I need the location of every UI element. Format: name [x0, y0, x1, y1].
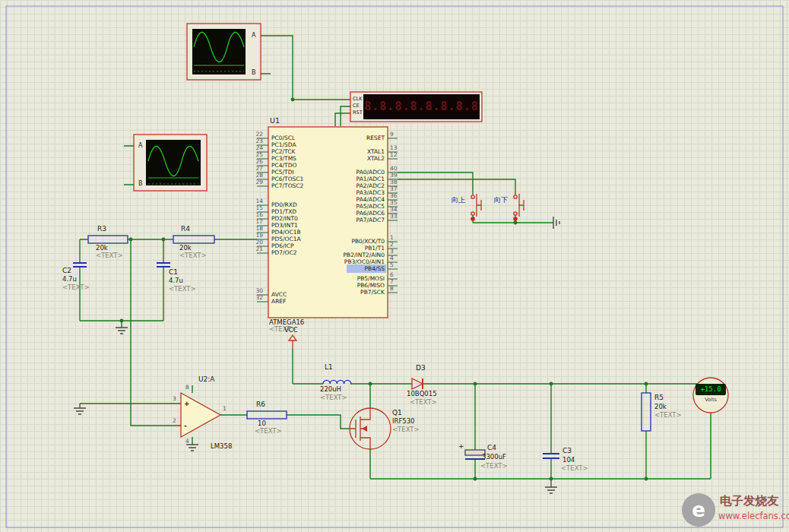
c4-ref: C4 [487, 445, 496, 451]
inductor-l1[interactable] [322, 377, 353, 386]
l1-ref: L1 [325, 364, 333, 371]
r4-text-placeholder: <TEXT> [179, 252, 207, 259]
r4-value: 20k [179, 245, 192, 252]
u1-pin-number: 19 [239, 233, 263, 239]
q1-text-placeholder: <TEXT> [392, 426, 420, 433]
u1-pin-number: 20 [239, 239, 263, 245]
u1-pin-number: 21 [239, 246, 263, 252]
u1-atmega16[interactable] [268, 127, 388, 318]
u1-pin-number: 40 [390, 166, 398, 172]
resistor-r5[interactable] [640, 391, 652, 432]
u1-pin-number: 23 [239, 138, 263, 144]
r5-text-placeholder: <TEXT> [654, 412, 682, 419]
r6-text-placeholder: <TEXT> [255, 428, 282, 435]
ground-terminal-1[interactable] [115, 321, 128, 335]
sheet-border [6, 6, 783, 527]
c2-value: 4.7u [62, 276, 77, 283]
vcc-terminal[interactable] [287, 333, 299, 350]
u1-pin-number: 5 [390, 262, 394, 268]
opamp-pin8-number: 8 [185, 385, 189, 391]
u1-pin-number: 15 [239, 205, 263, 211]
u1-pin-number: 7 [390, 279, 394, 285]
capacitor-c2[interactable] [71, 258, 88, 271]
u1-pin-number: 9 [390, 131, 394, 138]
ground-terminal-2[interactable] [73, 403, 87, 416]
l1-text-placeholder: <TEXT> [320, 394, 347, 401]
u1-pin-number: 17 [239, 219, 263, 225]
c1-text-placeholder: <TEXT> [169, 286, 196, 293]
r6-ref: R6 [256, 401, 265, 408]
oscilloscope-2[interactable] [134, 135, 207, 191]
u1-pin-number: 33 [390, 214, 398, 220]
u1-pin-number: 38 [390, 179, 398, 185]
u1-pin-number: 36 [390, 193, 398, 199]
d3-text-placeholder: <TEXT> [410, 399, 437, 406]
resistor-r3[interactable] [87, 233, 129, 245]
ground-terminal-3[interactable] [185, 439, 199, 452]
q1-ref: Q1 [392, 410, 402, 416]
r5-value: 20k [654, 404, 667, 410]
watermark-site-name: 电子发烧友 [720, 496, 779, 508]
push-button-up[interactable] [464, 188, 483, 223]
u1-pin-number: 29 [239, 179, 263, 185]
schematic-graphics [0, 0, 789, 532]
u1-pin-number: 1 [390, 235, 394, 241]
opamp-pin1-number: 1 [223, 406, 227, 412]
r4-ref: R4 [181, 226, 190, 233]
r3-value: 20k [96, 245, 108, 252]
u1-pin-number: 13 [390, 145, 398, 151]
diode-d3[interactable] [410, 377, 424, 391]
u1-pin-number: 25 [239, 152, 263, 158]
c3-ref: C3 [562, 448, 572, 454]
u1-pin-number: 22 [239, 131, 263, 138]
mosfet-q1[interactable] [350, 408, 391, 449]
u1-pin-number: 27 [239, 166, 263, 172]
oscilloscope-1[interactable] [187, 24, 261, 80]
c2-ref: C2 [62, 268, 71, 274]
opamp-u2a[interactable] [179, 391, 222, 439]
seven-segment-display[interactable] [350, 92, 482, 122]
u1-pin-number: 26 [239, 159, 263, 165]
opamp-pin2-number: 2 [173, 418, 176, 424]
capacitor-c1[interactable] [155, 258, 172, 271]
c3-text-placeholder: <TEXT> [561, 465, 588, 472]
q1-value: IRF530 [392, 418, 415, 425]
u1-ref: U1 [270, 117, 280, 125]
schematic-canvas[interactable]: A B A B CLK CE RST 8.8.8.8.8.8.8.8 U1 AT… [0, 0, 789, 532]
c2-text-placeholder: <TEXT> [62, 284, 90, 291]
u1-pin-number: 8 [390, 286, 394, 292]
watermark-site-url: www.elecfans.com [718, 512, 789, 521]
c1-value: 4.7u [169, 277, 183, 284]
ground-terminal-4[interactable] [544, 479, 558, 495]
voltmeter[interactable] [693, 378, 728, 413]
d3-ref: D3 [416, 365, 426, 372]
c4-text-placeholder: <TEXT> [480, 463, 508, 470]
r3-text-placeholder: <TEXT> [96, 252, 123, 259]
capacitor-c3[interactable] [541, 451, 561, 461]
u1-pin-number: 39 [390, 173, 398, 179]
u1-pin-number: 14 [239, 198, 263, 204]
c3-value: 104 [562, 457, 575, 464]
ground-terminal-5[interactable] [552, 216, 561, 230]
d3-value: 10BQ015 [407, 391, 437, 397]
u1-pin-number: 18 [239, 226, 263, 232]
resistor-r4[interactable] [172, 233, 216, 245]
opamp-part-name: LM358 [211, 443, 232, 450]
u1-pin-number: 34 [390, 207, 398, 213]
l1-value: 220uH [320, 386, 341, 393]
r5-ref: R5 [654, 394, 664, 401]
u1-pin-number: 28 [239, 173, 263, 179]
r3-ref: R3 [97, 226, 106, 233]
u1-pin-number: 37 [390, 186, 398, 192]
opamp-ref: U2:A [198, 376, 215, 383]
opamp-pin3-number: 3 [173, 396, 176, 402]
u1-pin-number: 35 [390, 200, 398, 206]
u1-pin-number: 3 [390, 249, 394, 255]
r6-value: 10 [258, 420, 266, 427]
u1-pin-number: 32 [239, 295, 263, 301]
push-button-down[interactable] [506, 188, 526, 223]
resistor-r6[interactable] [246, 408, 288, 420]
u1-pin-number: 6 [390, 272, 394, 278]
u1-pin-number: 30 [239, 288, 263, 294]
capacitor-c4[interactable] [464, 447, 486, 462]
